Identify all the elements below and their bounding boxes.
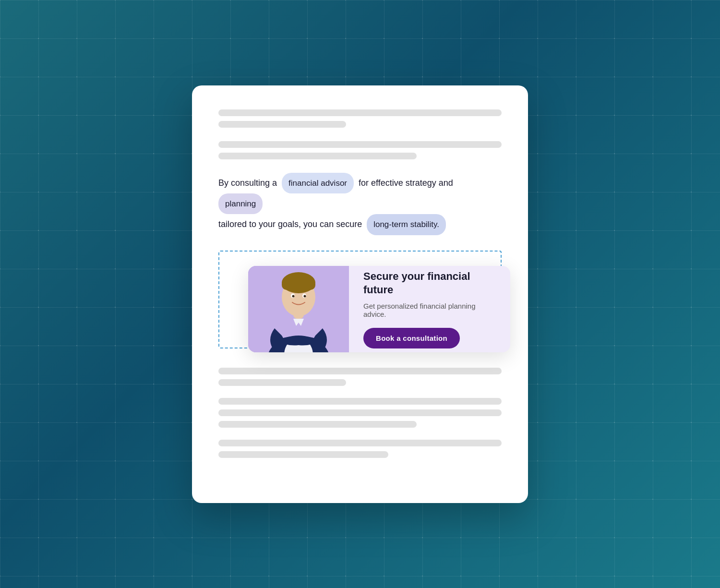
placeholder-line	[218, 451, 388, 458]
placeholder-line	[218, 421, 417, 428]
paragraph-text-prefix: By consulting a	[218, 178, 277, 188]
selection-dashed-box: Secure your financial future Get persona…	[218, 251, 502, 348]
tag-long-term-stability: long-term stability.	[367, 214, 446, 235]
svg-point-10	[304, 295, 306, 297]
tag-planning: planning	[218, 193, 263, 214]
ad-content: Secure your financial future Get persona…	[349, 270, 496, 348]
placeholder-lines-section-2	[218, 141, 502, 159]
placeholder-lines-section-1	[218, 109, 502, 128]
placeholder-line	[218, 440, 502, 446]
svg-point-9	[292, 295, 295, 297]
person-illustration	[248, 266, 349, 352]
ad-subtitle: Get personalized financial planning advi…	[363, 302, 496, 318]
placeholder-line	[218, 409, 502, 416]
placeholder-line	[218, 398, 502, 405]
placeholder-line	[218, 368, 502, 374]
placeholder-line	[218, 141, 502, 148]
bottom-section-1	[218, 368, 502, 386]
content-paragraph: By consulting a financial advisor for ef…	[218, 173, 502, 235]
book-consultation-button[interactable]: Book a consultation	[363, 328, 460, 348]
bottom-section-2	[218, 398, 502, 428]
bottom-placeholder-lines	[218, 368, 502, 458]
person-image	[248, 266, 349, 352]
placeholder-line	[218, 379, 346, 386]
paragraph-text-middle: for effective strategy and	[359, 178, 453, 188]
tag-financial-advisor: financial advisor	[282, 173, 354, 193]
bottom-section-3	[218, 440, 502, 458]
placeholder-line	[218, 109, 502, 116]
placeholder-line	[218, 153, 417, 159]
main-content-card: By consulting a financial advisor for ef…	[192, 85, 528, 503]
paragraph-text-suffix: tailored to your goals, you can secure	[218, 219, 362, 229]
ad-title: Secure your financial future	[363, 270, 496, 297]
svg-rect-6	[282, 279, 315, 290]
placeholder-line	[218, 121, 346, 128]
ad-card: Secure your financial future Get persona…	[248, 266, 510, 352]
